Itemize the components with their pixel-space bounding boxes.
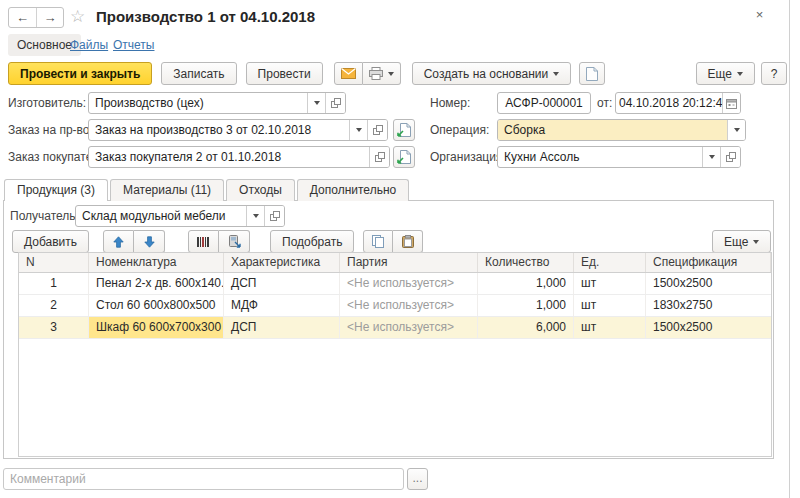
more-button[interactable]: Еще xyxy=(696,62,755,85)
pick-button[interactable]: Подобрать xyxy=(270,230,354,253)
manufacturer-field[interactable]: Производство (цех) xyxy=(88,92,346,114)
help-button[interactable]: ? xyxy=(761,62,787,85)
forward-button[interactable]: → xyxy=(36,8,63,27)
cell-batch[interactable]: <Не используется> xyxy=(340,273,478,294)
nav-tab-reports[interactable]: Отчеты xyxy=(113,38,154,52)
manufacturer-open-icon[interactable] xyxy=(325,93,345,113)
cell-nomenclature-current[interactable]: Шкаф 60 600х700х300 xyxy=(89,317,224,338)
fill-by-production-order-button[interactable] xyxy=(393,119,415,141)
add-row-button[interactable]: Добавить xyxy=(12,230,89,253)
cell-quantity[interactable]: 6,000 xyxy=(478,317,574,338)
recipient-open-icon[interactable] xyxy=(264,206,284,226)
cell-unit[interactable]: шт xyxy=(574,295,646,316)
cell-n[interactable]: 3 xyxy=(19,317,89,338)
more-caret-icon xyxy=(737,72,743,76)
products-table: N Номенклатура Характеристика Партия Кол… xyxy=(18,252,772,457)
tab-materials[interactable]: Материалы (11) xyxy=(110,179,224,201)
cell-unit[interactable]: шт xyxy=(574,273,646,294)
fill-by-customer-order-button[interactable] xyxy=(393,146,415,168)
table-more-button[interactable]: Еще xyxy=(712,230,771,253)
cell-batch[interactable]: <Не используется> xyxy=(340,317,478,338)
close-icon[interactable]: × xyxy=(751,7,768,24)
cell-n[interactable]: 2 xyxy=(19,295,89,316)
recipient-dropdown-caret-icon[interactable] xyxy=(246,206,264,226)
cell-characteristic[interactable]: ДСП xyxy=(224,273,340,294)
organization-field[interactable]: Кухни Ассоль xyxy=(497,146,741,168)
nav-tab-files[interactable]: Файлы xyxy=(70,38,108,52)
copy-rows-button[interactable] xyxy=(363,230,393,253)
cell-specification[interactable]: 1830х2750 xyxy=(646,295,771,316)
cell-quantity[interactable]: 1,000 xyxy=(478,273,574,294)
window-right-border xyxy=(789,0,790,498)
tab-products[interactable]: Продукция (3) xyxy=(4,179,108,201)
move-up-button[interactable] xyxy=(103,230,134,253)
cell-characteristic[interactable]: МДФ xyxy=(224,295,340,316)
date-field[interactable]: 04.10.2018 20:12:46 xyxy=(615,92,741,114)
more-label: Еще xyxy=(708,67,732,81)
data-terminal-button[interactable] xyxy=(219,230,250,253)
cell-unit[interactable]: шт xyxy=(574,317,646,338)
print-button[interactable] xyxy=(363,62,401,85)
move-row-group xyxy=(103,230,165,253)
favorite-star-icon[interactable]: ☆ xyxy=(70,6,85,27)
production-order-field[interactable]: Заказ на производство 3 от 02.10.2018 xyxy=(88,119,388,141)
fill-document-icon xyxy=(397,123,411,137)
comment-expand-button[interactable]: ... xyxy=(407,468,428,490)
print-dropdown-caret-icon xyxy=(388,72,394,76)
customer-order-open-icon[interactable] xyxy=(369,147,389,167)
table-more-label: Еще xyxy=(724,235,748,249)
customer-order-value: Заказ покупателя 2 от 01.10.2018 xyxy=(89,147,369,167)
organization-open-icon[interactable] xyxy=(720,147,740,167)
table-row[interactable]: 1 Пенал 2-х дв. 600х140... ДСП <Не испол… xyxy=(19,273,771,295)
production-order-open-icon[interactable] xyxy=(367,120,387,140)
recipient-field[interactable]: Склад модульной мебели xyxy=(75,205,285,227)
cell-specification[interactable]: 1500х2500 xyxy=(646,317,771,338)
col-header-n: N xyxy=(19,253,89,272)
arrow-down-icon xyxy=(144,236,155,248)
tab-waste[interactable]: Отходы xyxy=(226,179,295,201)
manufacturer-dropdown-caret-icon[interactable] xyxy=(307,93,325,113)
cell-batch[interactable]: <Не используется> xyxy=(340,295,478,316)
manufacturer-value: Производство (цех) xyxy=(89,93,307,113)
move-down-button[interactable] xyxy=(134,230,165,253)
comment-input[interactable] xyxy=(3,468,404,490)
tab-additional[interactable]: Дополнительно xyxy=(297,179,409,201)
cell-quantity[interactable]: 1,000 xyxy=(478,295,574,316)
organization-dropdown-caret-icon[interactable] xyxy=(702,147,720,167)
back-button[interactable]: ← xyxy=(9,8,36,27)
calendar-icon[interactable] xyxy=(722,93,740,113)
manufacturer-label: Изготовитель: xyxy=(8,92,86,114)
barcode-button[interactable] xyxy=(188,230,219,253)
document-button[interactable] xyxy=(579,62,605,85)
production-order-dropdown-caret-icon[interactable] xyxy=(349,120,367,140)
cell-n[interactable]: 1 xyxy=(19,273,89,294)
customer-order-field[interactable]: Заказ покупателя 2 от 01.10.2018 xyxy=(88,146,390,168)
operation-label: Операция: xyxy=(430,119,489,141)
command-bar-right: Еще ? xyxy=(696,62,787,85)
mail-button[interactable] xyxy=(334,62,363,85)
create-on-basis-button[interactable]: Создать на основании xyxy=(412,62,572,85)
organization-label: Организация: xyxy=(430,146,506,168)
table-row[interactable]: 2 Стол 60 600х800х500 МДФ <Не использует… xyxy=(19,295,771,317)
number-value: АСФР-000001 xyxy=(498,93,590,113)
table-row-selected[interactable]: 3 Шкаф 60 600х700х300 ДСП <Не использует… xyxy=(19,317,771,339)
document-icon xyxy=(586,67,598,81)
col-header-nomenclature: Номенклатура xyxy=(89,253,224,272)
clipboard-group xyxy=(363,230,423,253)
post-and-close-button[interactable]: Провести и закрыть xyxy=(8,62,152,85)
operation-field[interactable]: Сборка xyxy=(497,119,746,141)
paste-rows-button[interactable] xyxy=(393,230,423,253)
cell-nomenclature[interactable]: Стол 60 600х800х500 xyxy=(89,295,224,316)
history-nav-group: ← → xyxy=(8,7,64,28)
cell-nomenclature[interactable]: Пенал 2-х дв. 600х140... xyxy=(89,273,224,294)
table-more-caret-icon xyxy=(753,240,759,244)
cell-characteristic[interactable]: ДСП xyxy=(224,317,340,338)
write-button[interactable]: Записать xyxy=(161,62,236,85)
document-tabs: Продукция (3) Материалы (11) Отходы Допо… xyxy=(4,179,409,201)
recipient-value: Склад модульной мебели xyxy=(76,206,246,226)
post-button[interactable]: Провести xyxy=(246,62,323,85)
col-header-batch: Партия xyxy=(340,253,478,272)
cell-specification[interactable]: 1500х2500 xyxy=(646,273,771,294)
number-field[interactable]: АСФР-000001 xyxy=(497,92,591,114)
operation-dropdown-caret-icon[interactable] xyxy=(727,120,745,140)
